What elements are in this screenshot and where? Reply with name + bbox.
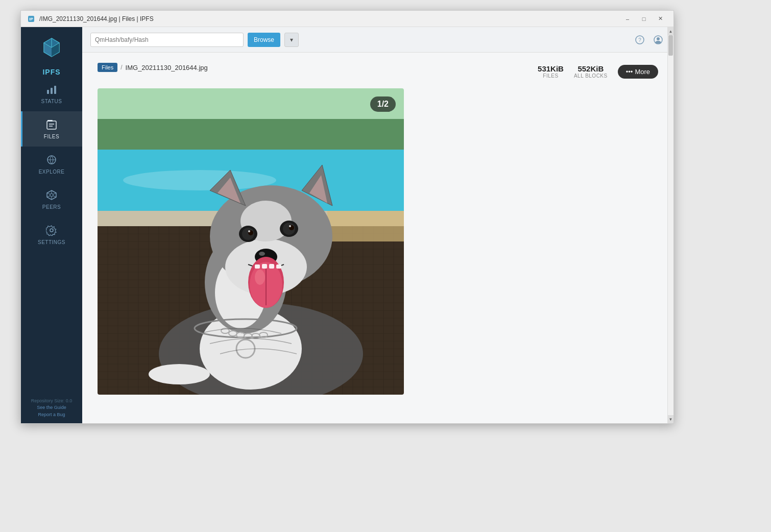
svg-point-30 [657, 37, 660, 40]
svg-rect-115 [262, 264, 267, 269]
sidebar-item-files[interactable]: FILES [21, 111, 82, 147]
files-size-stat: 531KiB FILES [538, 64, 564, 79]
svg-line-23 [47, 193, 50, 195]
content-area: Browse ▾ ? [82, 27, 673, 423]
svg-point-26 [50, 229, 53, 232]
peers-label: PEERS [42, 204, 61, 210]
explore-label: EXPLORE [39, 169, 65, 175]
sidebar-nav: STATUS FILES [21, 76, 82, 393]
app-name-label: IPFS [42, 68, 60, 76]
sidebar-item-status[interactable]: STATUS [21, 76, 82, 111]
svg-point-90 [149, 364, 210, 384]
status-label: STATUS [41, 99, 62, 104]
browse-button[interactable]: Browse [248, 33, 280, 47]
breadcrumb-separator: / [121, 64, 122, 71]
minimize-button[interactable]: – [620, 14, 635, 24]
footer-line1: Repository Size: 0.0 [31, 398, 73, 405]
files-size-label: FILES [538, 73, 564, 79]
scroll-up-button[interactable]: ▲ [668, 27, 673, 35]
svg-point-103 [248, 230, 250, 232]
maximize-button[interactable]: □ [637, 14, 651, 24]
titlebar: IP /IMG_20211130_201644.jpg | Files | IP… [21, 11, 673, 27]
breadcrumb: Files / IMG_20211130_201644.jpg [98, 63, 208, 72]
footer-line3[interactable]: Report a Bug [31, 412, 73, 419]
svg-line-22 [53, 193, 56, 195]
svg-point-19 [50, 194, 53, 197]
status-icon [45, 83, 58, 95]
svg-line-24 [53, 196, 56, 198]
dog-photo-svg [98, 88, 404, 395]
breadcrumb-files-button[interactable]: Files [98, 63, 117, 72]
explore-icon [45, 154, 58, 166]
search-input[interactable] [90, 33, 244, 47]
all-blocks-label: ALL BLOCKS [574, 73, 608, 79]
app-body: IPFS STATUS [21, 27, 673, 423]
svg-rect-114 [255, 264, 260, 269]
app-window: IP /IMG_20211130_201644.jpg | Files | IP… [20, 10, 674, 424]
active-indicator [21, 111, 22, 147]
image-preview [98, 88, 404, 395]
breadcrumb-current: IMG_20211130_201644.jpg [126, 64, 208, 71]
svg-rect-116 [269, 264, 274, 269]
window-controls: – □ ✕ [620, 14, 667, 24]
svg-line-25 [47, 196, 50, 198]
peers-icon [45, 189, 58, 201]
main-content: Files / IMG_20211130_201644.jpg 531KiB F… [82, 53, 673, 423]
sidebar-footer: Repository Size: 0.0 See the Guide Repor… [26, 393, 78, 424]
scroll-down-button[interactable]: ▼ [668, 415, 673, 423]
svg-rect-13 [47, 121, 56, 129]
svg-point-109 [259, 252, 265, 256]
sidebar-item-settings[interactable]: SETTINGS [21, 217, 82, 252]
ipfs-logo-icon [37, 33, 66, 62]
more-label: More [635, 68, 650, 76]
scroll-track [668, 35, 673, 415]
user-icon [654, 35, 663, 44]
footer-line2[interactable]: See the Guide [31, 404, 73, 412]
secondary-button[interactable]: ▾ [284, 33, 299, 47]
topbar: Browse ▾ ? [82, 27, 673, 53]
svg-text:?: ? [638, 37, 641, 43]
window-scrollbar[interactable]: ▲ ▼ [667, 27, 673, 423]
close-button[interactable]: ✕ [653, 14, 667, 24]
svg-point-113 [255, 270, 265, 285]
app-logo [36, 32, 67, 63]
svg-rect-117 [276, 264, 281, 269]
help-icon: ? [635, 35, 644, 44]
sidebar-item-peers[interactable]: PEERS [21, 182, 82, 217]
settings-icon [45, 224, 58, 236]
window-title: /IMG_20211130_201644.jpg | Files | IPFS [39, 15, 154, 22]
svg-point-34 [123, 170, 276, 190]
image-counter: 1/2 [370, 96, 396, 112]
titlebar-app-icon: IP [27, 15, 35, 23]
image-preview-container: 1/2 [98, 88, 404, 395]
ellipsis-icon: ••• [626, 68, 633, 76]
svg-point-107 [289, 225, 291, 227]
files-size-value: 531KiB [538, 64, 564, 73]
more-button[interactable]: ••• More [618, 65, 658, 79]
files-icon [45, 118, 58, 131]
svg-rect-87 [327, 211, 404, 241]
settings-label: SETTINGS [38, 239, 65, 245]
titlebar-left: IP /IMG_20211130_201644.jpg | Files | IP… [27, 15, 154, 23]
svg-rect-10 [51, 88, 53, 94]
svg-rect-9 [47, 90, 49, 94]
all-blocks-value: 552KiB [574, 64, 608, 73]
files-label: FILES [44, 134, 59, 139]
sidebar: IPFS STATUS [21, 27, 82, 423]
scroll-thumb[interactable] [668, 35, 673, 56]
sidebar-item-explore[interactable]: EXPLORE [21, 147, 82, 182]
svg-rect-11 [54, 86, 56, 94]
all-blocks-stat: 552KiB ALL BLOCKS [574, 64, 608, 79]
svg-text:IP: IP [29, 17, 33, 21]
user-button[interactable] [651, 33, 665, 47]
help-button[interactable]: ? [633, 33, 647, 47]
